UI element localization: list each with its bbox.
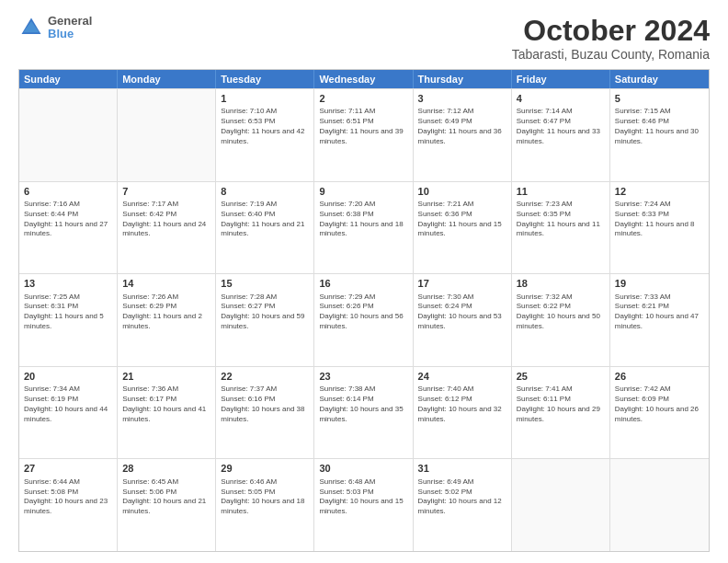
calendar-cell: 17Sunrise: 7:30 AM Sunset: 6:24 PM Dayli… <box>414 274 512 366</box>
calendar-cell: 13Sunrise: 7:25 AM Sunset: 6:31 PM Dayli… <box>19 274 118 366</box>
cell-info: Sunrise: 7:17 AM Sunset: 6:42 PM Dayligh… <box>122 200 210 239</box>
calendar-header-day: Wednesday <box>314 70 413 88</box>
cell-info: Sunrise: 7:12 AM Sunset: 6:49 PM Dayligh… <box>418 107 506 146</box>
calendar: SundayMondayTuesdayWednesdayThursdayFrid… <box>18 69 710 552</box>
cell-info: Sunrise: 6:48 AM Sunset: 5:03 PM Dayligh… <box>319 477 407 517</box>
calendar-cell: 26Sunrise: 7:42 AM Sunset: 6:09 PM Dayli… <box>610 367 709 459</box>
calendar-cell <box>512 459 610 551</box>
day-number: 22 <box>221 370 309 383</box>
cell-info: Sunrise: 7:36 AM Sunset: 6:17 PM Dayligh… <box>122 385 210 424</box>
day-number: 19 <box>615 277 704 290</box>
cell-info: Sunrise: 7:14 AM Sunset: 6:47 PM Dayligh… <box>517 107 605 146</box>
logo: General Blue <box>18 15 92 41</box>
cell-info: Sunrise: 7:42 AM Sunset: 6:09 PM Dayligh… <box>615 385 704 424</box>
calendar-cell: 6Sunrise: 7:16 AM Sunset: 6:44 PM Daylig… <box>19 182 118 274</box>
calendar-cell <box>118 89 216 181</box>
cell-info: Sunrise: 7:37 AM Sunset: 6:16 PM Dayligh… <box>221 385 309 424</box>
calendar-cell: 5Sunrise: 7:15 AM Sunset: 6:46 PM Daylig… <box>610 89 709 181</box>
calendar-cell: 1Sunrise: 7:10 AM Sunset: 6:53 PM Daylig… <box>216 89 314 181</box>
cell-info: Sunrise: 7:19 AM Sunset: 6:40 PM Dayligh… <box>221 200 309 239</box>
calendar-header-day: Sunday <box>19 70 118 88</box>
calendar-header: SundayMondayTuesdayWednesdayThursdayFrid… <box>19 70 709 88</box>
calendar-row: 6Sunrise: 7:16 AM Sunset: 6:44 PM Daylig… <box>19 181 709 274</box>
cell-info: Sunrise: 7:30 AM Sunset: 6:24 PM Dayligh… <box>418 293 506 332</box>
calendar-row: 20Sunrise: 7:34 AM Sunset: 6:19 PM Dayli… <box>19 366 709 459</box>
calendar-header-day: Saturday <box>610 70 709 88</box>
calendar-cell: 23Sunrise: 7:38 AM Sunset: 6:14 PM Dayli… <box>314 367 413 459</box>
logo-line2: Blue <box>48 28 92 40</box>
calendar-row: 13Sunrise: 7:25 AM Sunset: 6:31 PM Dayli… <box>19 273 709 366</box>
calendar-row: 27Sunrise: 6:44 AM Sunset: 5:08 PM Dayli… <box>19 458 709 551</box>
cell-info: Sunrise: 7:20 AM Sunset: 6:38 PM Dayligh… <box>319 200 407 239</box>
day-number: 7 <box>122 185 210 198</box>
calendar-cell: 10Sunrise: 7:21 AM Sunset: 6:36 PM Dayli… <box>414 182 512 274</box>
day-number: 27 <box>24 462 112 475</box>
day-number: 14 <box>122 277 210 290</box>
calendar-cell: 24Sunrise: 7:40 AM Sunset: 6:12 PM Dayli… <box>414 367 512 459</box>
svg-marker-1 <box>23 21 40 32</box>
day-number: 13 <box>24 277 112 290</box>
calendar-cell: 15Sunrise: 7:28 AM Sunset: 6:27 PM Dayli… <box>216 274 314 366</box>
calendar-cell: 20Sunrise: 7:34 AM Sunset: 6:19 PM Dayli… <box>19 367 118 459</box>
day-number: 25 <box>517 370 605 383</box>
cell-info: Sunrise: 7:15 AM Sunset: 6:46 PM Dayligh… <box>615 107 704 146</box>
cell-info: Sunrise: 7:34 AM Sunset: 6:19 PM Dayligh… <box>24 385 112 424</box>
day-number: 5 <box>615 92 704 105</box>
calendar-cell: 2Sunrise: 7:11 AM Sunset: 6:51 PM Daylig… <box>314 89 413 181</box>
logo-icon <box>18 15 44 40</box>
calendar-cell: 19Sunrise: 7:33 AM Sunset: 6:21 PM Dayli… <box>610 274 709 366</box>
cell-info: Sunrise: 7:11 AM Sunset: 6:51 PM Dayligh… <box>319 107 407 146</box>
calendar-cell: 31Sunrise: 6:49 AM Sunset: 5:02 PM Dayli… <box>414 459 512 551</box>
calendar-cell: 28Sunrise: 6:45 AM Sunset: 5:06 PM Dayli… <box>118 459 216 551</box>
cell-info: Sunrise: 7:28 AM Sunset: 6:27 PM Dayligh… <box>221 293 309 332</box>
header: General Blue October 2024 Tabarasti, Buz… <box>18 15 710 62</box>
day-number: 4 <box>517 92 605 105</box>
day-number: 23 <box>319 370 407 383</box>
cell-info: Sunrise: 7:21 AM Sunset: 6:36 PM Dayligh… <box>418 200 506 239</box>
day-number: 18 <box>517 277 605 290</box>
calendar-cell: 22Sunrise: 7:37 AM Sunset: 6:16 PM Dayli… <box>216 367 314 459</box>
calendar-cell: 16Sunrise: 7:29 AM Sunset: 6:26 PM Dayli… <box>314 274 413 366</box>
day-number: 15 <box>221 277 309 290</box>
day-number: 6 <box>24 185 112 198</box>
calendar-cell: 7Sunrise: 7:17 AM Sunset: 6:42 PM Daylig… <box>118 182 216 274</box>
calendar-cell: 9Sunrise: 7:20 AM Sunset: 6:38 PM Daylig… <box>314 182 413 274</box>
calendar-body: 1Sunrise: 7:10 AM Sunset: 6:53 PM Daylig… <box>19 88 709 551</box>
day-number: 29 <box>221 462 309 475</box>
cell-info: Sunrise: 7:10 AM Sunset: 6:53 PM Dayligh… <box>221 107 309 146</box>
calendar-cell: 8Sunrise: 7:19 AM Sunset: 6:40 PM Daylig… <box>216 182 314 274</box>
day-number: 3 <box>418 92 506 105</box>
day-number: 8 <box>221 185 309 198</box>
title-block: October 2024 Tabarasti, Buzau County, Ro… <box>512 15 710 62</box>
cell-info: Sunrise: 7:38 AM Sunset: 6:14 PM Dayligh… <box>319 385 407 424</box>
day-number: 31 <box>418 462 506 475</box>
day-number: 17 <box>418 277 506 290</box>
location-subtitle: Tabarasti, Buzau County, Romania <box>512 47 710 62</box>
cell-info: Sunrise: 7:40 AM Sunset: 6:12 PM Dayligh… <box>418 385 506 424</box>
cell-info: Sunrise: 6:44 AM Sunset: 5:08 PM Dayligh… <box>24 477 112 517</box>
cell-info: Sunrise: 7:29 AM Sunset: 6:26 PM Dayligh… <box>319 293 407 332</box>
day-number: 16 <box>319 277 407 290</box>
day-number: 11 <box>517 185 605 198</box>
calendar-cell <box>19 89 118 181</box>
cell-info: Sunrise: 6:46 AM Sunset: 5:05 PM Dayligh… <box>221 477 309 517</box>
cell-info: Sunrise: 7:41 AM Sunset: 6:11 PM Dayligh… <box>517 385 605 424</box>
day-number: 9 <box>319 185 407 198</box>
day-number: 26 <box>615 370 704 383</box>
day-number: 12 <box>615 185 704 198</box>
cell-info: Sunrise: 6:49 AM Sunset: 5:02 PM Dayligh… <box>418 477 506 517</box>
day-number: 1 <box>221 92 309 105</box>
calendar-cell: 12Sunrise: 7:24 AM Sunset: 6:33 PM Dayli… <box>610 182 709 274</box>
calendar-header-day: Friday <box>512 70 610 88</box>
cell-info: Sunrise: 7:24 AM Sunset: 6:33 PM Dayligh… <box>615 200 704 239</box>
calendar-row: 1Sunrise: 7:10 AM Sunset: 6:53 PM Daylig… <box>19 88 709 181</box>
calendar-cell: 30Sunrise: 6:48 AM Sunset: 5:03 PM Dayli… <box>314 459 413 551</box>
cell-info: Sunrise: 7:33 AM Sunset: 6:21 PM Dayligh… <box>615 293 704 332</box>
cell-info: Sunrise: 7:26 AM Sunset: 6:29 PM Dayligh… <box>122 293 210 332</box>
cell-info: Sunrise: 7:16 AM Sunset: 6:44 PM Dayligh… <box>24 200 112 239</box>
cell-info: Sunrise: 7:23 AM Sunset: 6:35 PM Dayligh… <box>517 200 605 239</box>
calendar-header-day: Monday <box>118 70 216 88</box>
page: General Blue October 2024 Tabarasti, Buz… <box>0 0 728 563</box>
calendar-cell: 21Sunrise: 7:36 AM Sunset: 6:17 PM Dayli… <box>118 367 216 459</box>
day-number: 10 <box>418 185 506 198</box>
